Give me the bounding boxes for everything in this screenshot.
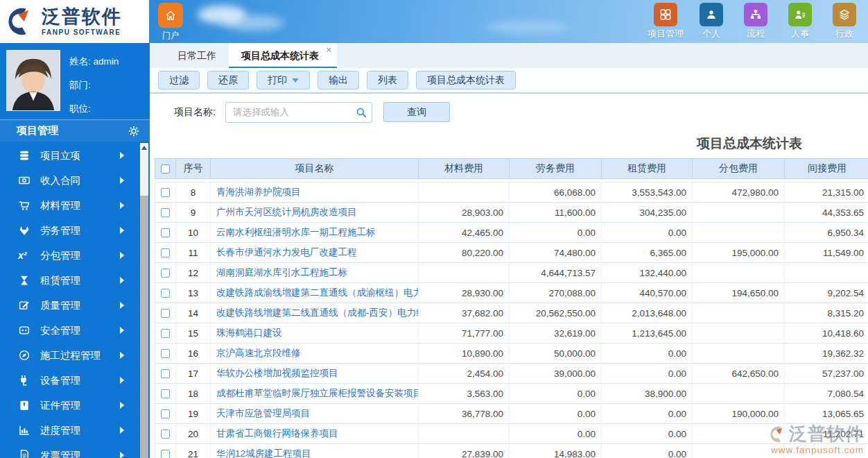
cost-value-subcontract: [693, 424, 785, 443]
person-icon: [700, 3, 723, 26]
sidebar-item-income-contract[interactable]: 收入合同: [0, 168, 141, 193]
row-checkbox[interactable]: [161, 430, 170, 439]
project-name-link[interactable]: 华润12城房建工程项目: [211, 444, 419, 458]
row-checkbox[interactable]: [161, 228, 170, 237]
select-all-checkbox[interactable]: [161, 164, 170, 173]
row-checkbox[interactable]: [161, 208, 170, 217]
project-name-link[interactable]: 甘肃省工商银行网络保养项目: [211, 424, 419, 443]
row-index: 16: [176, 344, 211, 363]
sidebar-item-subcontract-management[interactable]: x²分包管理: [0, 243, 141, 268]
row-index: 17: [176, 364, 211, 383]
sidebar-item-equipment-management[interactable]: 设备管理: [0, 368, 141, 393]
row-checkbox[interactable]: [161, 248, 170, 257]
row-checkbox[interactable]: [161, 369, 170, 378]
row-checkbox[interactable]: [161, 409, 170, 418]
cost-value-material: 36,778.00: [419, 404, 510, 423]
row-checkbox[interactable]: [161, 450, 170, 458]
print-button[interactable]: 打印: [257, 71, 310, 90]
row-index: 8: [176, 183, 211, 202]
cost-value-indirect: 9,202.54: [785, 283, 868, 303]
app-admin-affairs[interactable]: 行政: [828, 3, 861, 40]
sidebar-item-quality-management[interactable]: 质量管理: [0, 293, 141, 318]
scroll-up-button[interactable]: [140, 143, 148, 153]
row-checkbox[interactable]: [161, 289, 170, 298]
sidebar-item-material-management[interactable]: 材料管理: [0, 193, 141, 218]
report-button[interactable]: 项目总成本统计表: [416, 71, 516, 90]
project-name-link[interactable]: 改建铁路线增建第二线直通线（成都-西安）电力线: [211, 303, 419, 323]
caret-down-icon: [292, 78, 299, 83]
export-button[interactable]: 输出: [318, 71, 359, 90]
project-name-link[interactable]: 湖南洞庭湖水库引水工程施工标: [211, 263, 419, 282]
row-checkbox[interactable]: [161, 349, 170, 358]
cost-value-indirect: [785, 263, 868, 282]
brand-title: 泛普软件: [42, 8, 122, 26]
project-name-link[interactable]: 长春市伊通河水力发电厂改建工程: [211, 243, 419, 262]
project-name-input[interactable]: [225, 102, 372, 123]
row-index: 9: [176, 203, 211, 222]
gear-icon[interactable]: [128, 125, 140, 137]
app-hr[interactable]: 人事: [783, 3, 817, 40]
cost-value-labor: 50,000.00: [510, 344, 602, 363]
app-project-management[interactable]: 项目管理: [648, 3, 684, 40]
cost-value-rent: 0.00: [602, 444, 693, 458]
row-checkbox[interactable]: [161, 329, 170, 338]
sidebar-item-certificate-management[interactable]: 证件管理: [0, 393, 141, 418]
cost-value-indirect: 10,418.60: [785, 323, 868, 343]
cost-value-labor: 66,068.00: [510, 183, 602, 202]
project-name-link[interactable]: 云南水利枢纽潜明水库一期工程施工标: [211, 223, 419, 242]
filter-button[interactable]: 过滤: [158, 71, 200, 90]
sidebar-item-progress-management[interactable]: 进度管理: [0, 418, 141, 443]
cost-value-subcontract: [693, 344, 785, 363]
app-workflow[interactable]: 流程: [739, 3, 772, 40]
tab-daily-work[interactable]: 日常工作: [165, 43, 229, 68]
project-name-link[interactable]: 广州市天河区统计局机房改造项目: [211, 203, 419, 222]
app-personal[interactable]: 个人: [695, 3, 728, 40]
project-name-link[interactable]: 华软办公楼增加视频监控项目: [211, 364, 419, 383]
portal-button[interactable]: 门户: [155, 3, 186, 42]
row-checkbox[interactable]: [161, 309, 170, 318]
list-button[interactable]: 列表: [367, 71, 408, 90]
column-header-5: 分包费用: [693, 159, 785, 178]
cost-value-material: [419, 424, 510, 443]
project-name-link[interactable]: 青海洪湖养护院项目: [211, 183, 419, 202]
sidebar-item-lease-management[interactable]: 租赁管理: [0, 268, 141, 293]
project-name-link[interactable]: 京沪高速北京段维修: [211, 344, 419, 363]
sidebar-item-labor-management[interactable]: 劳务管理: [0, 218, 141, 243]
sidebar-item-invoice-management[interactable]: 发票管理: [0, 443, 141, 458]
project-name-link[interactable]: 成都杜甫草堂临时展厅独立展柜报警设备安装项目: [211, 384, 419, 403]
sidebar-item-safety-management[interactable]: 安全管理: [0, 318, 141, 343]
project-name-link[interactable]: 天津市应急管理局项目: [211, 404, 419, 423]
cost-value-indirect: 11,202.71: [785, 424, 868, 443]
search-icon[interactable]: [355, 106, 367, 119]
tab-project-cost-stat[interactable]: 项目总成本统计表×: [229, 43, 337, 68]
sidebar-scrollbar[interactable]: [140, 143, 148, 458]
chevron-right-icon: [120, 302, 124, 309]
cost-value-material: 27,839.00: [419, 444, 510, 458]
sidebar-item-construction-process[interactable]: 施工过程管理: [0, 343, 141, 368]
column-header-0: 序号: [176, 159, 211, 178]
cost-value-subcontract: [693, 323, 785, 343]
sidebar-item-label: 劳务管理: [40, 224, 120, 237]
sidebar-item-label: 安全管理: [40, 324, 120, 337]
table-row: 9广州市天河区统计局机房改造项目28,903.0011,600.00304,23…: [155, 203, 868, 223]
row-checkbox[interactable]: [161, 269, 170, 278]
row-checkbox[interactable]: [161, 188, 170, 197]
close-icon[interactable]: ×: [326, 45, 331, 54]
reset-button[interactable]: 还原: [207, 71, 249, 90]
grid-icon: [654, 3, 677, 26]
cost-value-labor: 0.00: [510, 384, 602, 403]
money-icon: [18, 174, 33, 187]
scrollbar-thumb[interactable]: [140, 196, 148, 458]
cost-value-rent: 6,365.00: [602, 243, 693, 262]
cost-value-rent: 2,013,648.00: [602, 303, 693, 323]
query-button[interactable]: 查询: [383, 102, 450, 122]
project-name-link[interactable]: 珠海鹤港口建设: [211, 323, 419, 343]
sidebar-item-project-initiation[interactable]: 项目立项: [0, 143, 141, 168]
table-row: 8青海洪湖养护院项目66,068.003,553,543.00472,980.0…: [155, 183, 868, 203]
cost-value-rent: 304,235.00: [602, 203, 693, 222]
row-checkbox[interactable]: [161, 389, 170, 398]
row-index: 14: [176, 303, 211, 323]
project-name-link[interactable]: 改建铁路成渝线增建第二直通线（成渝枢纽）电力线: [211, 283, 419, 303]
cost-value-rent: 132,440.00: [602, 263, 693, 282]
app-label-workflow: 流程: [739, 28, 772, 40]
